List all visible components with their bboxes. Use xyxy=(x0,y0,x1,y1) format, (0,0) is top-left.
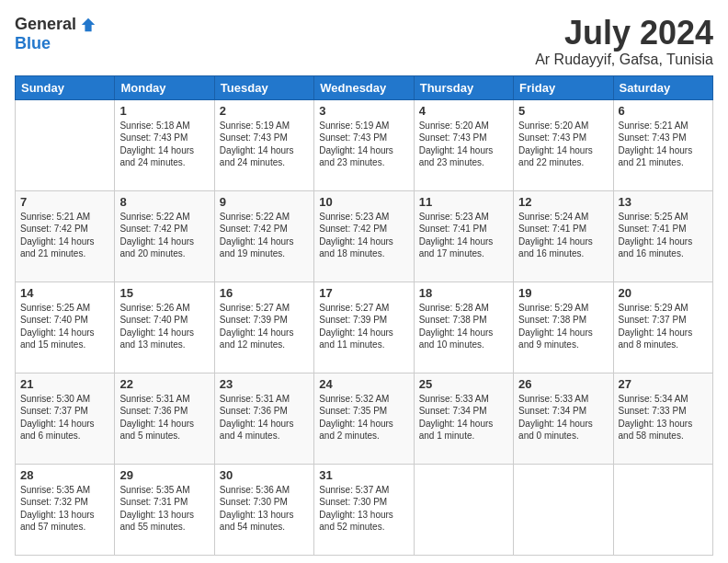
calendar-cell: 20Sunrise: 5:29 AM Sunset: 7:37 PM Dayli… xyxy=(613,282,712,373)
day-info: Sunrise: 5:20 AM Sunset: 7:43 PM Dayligh… xyxy=(419,120,508,169)
calendar-cell: 30Sunrise: 5:36 AM Sunset: 7:30 PM Dayli… xyxy=(214,464,313,555)
calendar-cell: 24Sunrise: 5:32 AM Sunset: 7:35 PM Dayli… xyxy=(314,373,414,464)
calendar-cell: 18Sunrise: 5:28 AM Sunset: 7:38 PM Dayli… xyxy=(414,282,513,373)
day-number: 27 xyxy=(619,377,708,391)
calendar-week-row: 1Sunrise: 5:18 AM Sunset: 7:43 PM Daylig… xyxy=(16,99,713,190)
day-info: Sunrise: 5:33 AM Sunset: 7:34 PM Dayligh… xyxy=(518,393,608,442)
location: Ar Rudayyif, Gafsa, Tunisia xyxy=(535,52,713,68)
title-area: July 2024 Ar Rudayyif, Gafsa, Tunisia xyxy=(535,15,713,68)
day-number: 9 xyxy=(220,195,309,209)
day-info: Sunrise: 5:35 AM Sunset: 7:32 PM Dayligh… xyxy=(20,484,109,534)
day-info: Sunrise: 5:29 AM Sunset: 7:38 PM Dayligh… xyxy=(518,302,608,351)
calendar-cell: 21Sunrise: 5:30 AM Sunset: 7:37 PM Dayli… xyxy=(16,373,115,464)
day-number: 31 xyxy=(319,468,408,482)
svg-marker-0 xyxy=(82,17,95,30)
day-info: Sunrise: 5:27 AM Sunset: 7:39 PM Dayligh… xyxy=(220,302,309,351)
calendar-cell: 5Sunrise: 5:20 AM Sunset: 7:43 PM Daylig… xyxy=(514,99,613,190)
day-info: Sunrise: 5:26 AM Sunset: 7:40 PM Dayligh… xyxy=(119,302,209,351)
day-number: 30 xyxy=(220,468,309,482)
calendar-week-row: 21Sunrise: 5:30 AM Sunset: 7:37 PM Dayli… xyxy=(16,373,713,464)
day-info: Sunrise: 5:31 AM Sunset: 7:36 PM Dayligh… xyxy=(220,393,309,442)
day-info: Sunrise: 5:19 AM Sunset: 7:43 PM Dayligh… xyxy=(220,120,309,169)
day-number: 5 xyxy=(518,104,608,118)
day-info: Sunrise: 5:21 AM Sunset: 7:42 PM Dayligh… xyxy=(20,211,109,260)
logo-general: General xyxy=(15,15,76,34)
calendar-cell: 12Sunrise: 5:24 AM Sunset: 7:41 PM Dayli… xyxy=(514,190,613,282)
day-info: Sunrise: 5:23 AM Sunset: 7:42 PM Dayligh… xyxy=(319,211,408,260)
calendar-cell: 29Sunrise: 5:35 AM Sunset: 7:31 PM Dayli… xyxy=(115,464,214,555)
day-info: Sunrise: 5:35 AM Sunset: 7:31 PM Dayligh… xyxy=(119,484,209,534)
day-info: Sunrise: 5:31 AM Sunset: 7:36 PM Dayligh… xyxy=(119,393,209,442)
calendar-cell: 26Sunrise: 5:33 AM Sunset: 7:34 PM Dayli… xyxy=(514,373,613,464)
day-info: Sunrise: 5:24 AM Sunset: 7:41 PM Dayligh… xyxy=(518,211,608,260)
calendar-header-monday: Monday xyxy=(115,75,214,99)
day-info: Sunrise: 5:21 AM Sunset: 7:43 PM Dayligh… xyxy=(619,120,708,169)
day-number: 24 xyxy=(319,377,408,391)
day-number: 4 xyxy=(419,104,508,118)
calendar-header-wednesday: Wednesday xyxy=(314,75,414,99)
day-info: Sunrise: 5:27 AM Sunset: 7:39 PM Dayligh… xyxy=(319,302,408,351)
calendar-cell: 13Sunrise: 5:25 AM Sunset: 7:41 PM Dayli… xyxy=(613,190,712,282)
day-info: Sunrise: 5:28 AM Sunset: 7:38 PM Dayligh… xyxy=(419,302,508,351)
calendar-cell: 9Sunrise: 5:22 AM Sunset: 7:42 PM Daylig… xyxy=(214,190,313,282)
calendar-header-friday: Friday xyxy=(514,75,613,99)
day-info: Sunrise: 5:25 AM Sunset: 7:40 PM Dayligh… xyxy=(20,302,109,351)
day-number: 18 xyxy=(419,286,508,300)
day-number: 1 xyxy=(119,104,209,118)
calendar-cell: 31Sunrise: 5:37 AM Sunset: 7:30 PM Dayli… xyxy=(314,464,414,555)
day-number: 29 xyxy=(119,468,209,482)
calendar-header-thursday: Thursday xyxy=(414,75,513,99)
calendar-cell: 11Sunrise: 5:23 AM Sunset: 7:41 PM Dayli… xyxy=(414,190,513,282)
calendar-cell: 7Sunrise: 5:21 AM Sunset: 7:42 PM Daylig… xyxy=(16,190,115,282)
calendar-cell xyxy=(514,464,613,555)
calendar-cell: 6Sunrise: 5:21 AM Sunset: 7:43 PM Daylig… xyxy=(613,99,712,190)
calendar-cell: 27Sunrise: 5:34 AM Sunset: 7:33 PM Dayli… xyxy=(613,373,712,464)
day-number: 23 xyxy=(220,377,309,391)
day-number: 14 xyxy=(20,286,109,300)
calendar-cell xyxy=(613,464,712,555)
day-info: Sunrise: 5:22 AM Sunset: 7:42 PM Dayligh… xyxy=(119,211,209,260)
calendar-cell: 16Sunrise: 5:27 AM Sunset: 7:39 PM Dayli… xyxy=(214,282,313,373)
calendar-cell xyxy=(414,464,513,555)
day-number: 6 xyxy=(619,104,708,118)
calendar-week-row: 28Sunrise: 5:35 AM Sunset: 7:32 PM Dayli… xyxy=(16,464,713,555)
day-number: 10 xyxy=(319,195,408,209)
calendar-header-row: SundayMondayTuesdayWednesdayThursdayFrid… xyxy=(16,75,713,99)
month-title: July 2024 xyxy=(535,15,713,52)
calendar-header-saturday: Saturday xyxy=(613,75,712,99)
day-number: 21 xyxy=(20,377,109,391)
calendar-cell: 17Sunrise: 5:27 AM Sunset: 7:39 PM Dayli… xyxy=(314,282,414,373)
calendar-header-sunday: Sunday xyxy=(16,75,115,99)
day-number: 25 xyxy=(419,377,508,391)
day-info: Sunrise: 5:18 AM Sunset: 7:43 PM Dayligh… xyxy=(119,120,209,169)
calendar-cell: 22Sunrise: 5:31 AM Sunset: 7:36 PM Dayli… xyxy=(115,373,214,464)
day-info: Sunrise: 5:33 AM Sunset: 7:34 PM Dayligh… xyxy=(419,393,508,442)
calendar-cell: 10Sunrise: 5:23 AM Sunset: 7:42 PM Dayli… xyxy=(314,190,414,282)
calendar-cell: 1Sunrise: 5:18 AM Sunset: 7:43 PM Daylig… xyxy=(115,99,214,190)
page: General Blue July 2024 Ar Rudayyif, Gafs… xyxy=(0,0,728,563)
day-info: Sunrise: 5:25 AM Sunset: 7:41 PM Dayligh… xyxy=(619,211,708,260)
calendar-cell: 8Sunrise: 5:22 AM Sunset: 7:42 PM Daylig… xyxy=(115,190,214,282)
day-info: Sunrise: 5:19 AM Sunset: 7:43 PM Dayligh… xyxy=(319,120,408,169)
calendar-cell: 19Sunrise: 5:29 AM Sunset: 7:38 PM Dayli… xyxy=(514,282,613,373)
day-number: 8 xyxy=(119,195,209,209)
calendar-cell: 4Sunrise: 5:20 AM Sunset: 7:43 PM Daylig… xyxy=(414,99,513,190)
day-number: 2 xyxy=(220,104,309,118)
day-number: 20 xyxy=(619,286,708,300)
day-number: 12 xyxy=(518,195,608,209)
calendar-cell xyxy=(16,99,115,190)
logo-blue: Blue xyxy=(15,34,51,53)
day-number: 3 xyxy=(319,104,408,118)
calendar-cell: 2Sunrise: 5:19 AM Sunset: 7:43 PM Daylig… xyxy=(214,99,313,190)
day-info: Sunrise: 5:34 AM Sunset: 7:33 PM Dayligh… xyxy=(619,393,708,442)
day-info: Sunrise: 5:32 AM Sunset: 7:35 PM Dayligh… xyxy=(319,393,408,442)
logo: General Blue xyxy=(15,15,97,53)
calendar-cell: 28Sunrise: 5:35 AM Sunset: 7:32 PM Dayli… xyxy=(16,464,115,555)
calendar-cell: 3Sunrise: 5:19 AM Sunset: 7:43 PM Daylig… xyxy=(314,99,414,190)
day-info: Sunrise: 5:37 AM Sunset: 7:30 PM Dayligh… xyxy=(319,484,408,534)
calendar-cell: 14Sunrise: 5:25 AM Sunset: 7:40 PM Dayli… xyxy=(16,282,115,373)
calendar-cell: 15Sunrise: 5:26 AM Sunset: 7:40 PM Dayli… xyxy=(115,282,214,373)
day-number: 7 xyxy=(20,195,109,209)
day-number: 28 xyxy=(20,468,109,482)
day-number: 22 xyxy=(119,377,209,391)
